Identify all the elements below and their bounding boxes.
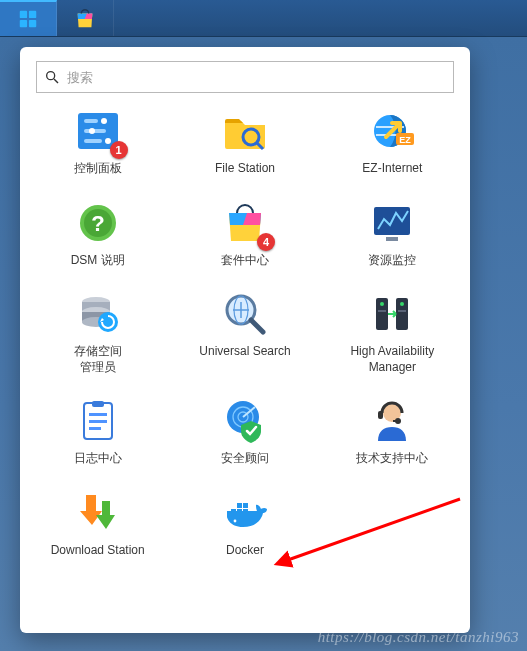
- apps-grid-icon: [17, 8, 39, 30]
- search-icon: [44, 69, 60, 85]
- globe-arrow-icon: EZ: [368, 107, 416, 155]
- app-ha-manager[interactable]: High AvailabilityManager: [321, 290, 464, 375]
- svg-rect-1: [29, 11, 36, 18]
- app-log-center[interactable]: 日志中心: [26, 397, 169, 467]
- svg-point-32: [380, 302, 384, 306]
- svg-rect-49: [243, 509, 248, 514]
- search-input[interactable]: [36, 61, 454, 93]
- app-docker[interactable]: Docker: [173, 489, 316, 559]
- package-center-taskbar-button[interactable]: [57, 0, 114, 36]
- svg-rect-39: [89, 420, 107, 423]
- app-menu-panel: 1 控制面板 File Station: [20, 47, 470, 633]
- app-label: 日志中心: [74, 451, 122, 467]
- shopping-bag-icon: [74, 7, 96, 29]
- app-support-center[interactable]: 技术支持中心: [321, 397, 464, 467]
- svg-rect-34: [378, 310, 386, 312]
- help-icon: ?: [74, 199, 122, 247]
- app-label: File Station: [215, 161, 275, 177]
- svg-text:EZ: EZ: [400, 135, 412, 145]
- desktop: 1 控制面板 File Station: [0, 37, 527, 651]
- app-label: EZ-Internet: [362, 161, 422, 177]
- app-label: High AvailabilityManager: [350, 344, 434, 375]
- app-dsm-help[interactable]: ? DSM 说明: [26, 199, 169, 269]
- badge: 4: [257, 233, 275, 251]
- app-label: Docker: [226, 543, 264, 559]
- svg-rect-45: [378, 411, 383, 419]
- docker-whale-icon: [221, 489, 269, 537]
- chart-monitor-icon: [368, 199, 416, 247]
- app-label: Download Station: [51, 543, 145, 559]
- app-download-station[interactable]: Download Station: [26, 489, 169, 559]
- svg-line-5: [54, 79, 58, 83]
- search-container: [36, 61, 454, 93]
- app-package-center[interactable]: 4 套件中心: [173, 199, 316, 269]
- app-label: 安全顾问: [221, 451, 269, 467]
- svg-rect-47: [231, 509, 236, 514]
- badge: 1: [110, 141, 128, 159]
- clipboard-list-icon: [74, 397, 122, 445]
- svg-rect-48: [237, 509, 242, 514]
- svg-rect-3: [29, 20, 36, 27]
- download-arrows-icon: [74, 489, 122, 537]
- svg-point-11: [89, 128, 95, 134]
- svg-point-4: [47, 72, 55, 80]
- folder-search-icon: [221, 107, 269, 155]
- radar-shield-icon: [221, 397, 269, 445]
- taskbar: [0, 0, 527, 37]
- app-label: DSM 说明: [71, 253, 125, 269]
- app-security-advisor[interactable]: 安全顾问: [173, 397, 316, 467]
- svg-point-33: [400, 302, 404, 306]
- disk-stack-icon: [74, 290, 122, 338]
- app-label: 资源监控: [368, 253, 416, 269]
- svg-point-52: [234, 520, 237, 523]
- svg-line-29: [251, 320, 263, 332]
- app-control-panel[interactable]: 1 控制面板: [26, 107, 169, 177]
- svg-rect-40: [89, 427, 101, 430]
- magnifier-globe-icon: [221, 290, 269, 338]
- app-ez-internet[interactable]: EZ EZ-Internet: [321, 107, 464, 177]
- server-pair-icon: [368, 290, 416, 338]
- app-label: 控制面板: [74, 161, 122, 177]
- svg-rect-2: [20, 20, 27, 27]
- svg-point-10: [101, 118, 107, 124]
- svg-rect-0: [20, 11, 27, 18]
- support-agent-icon: [368, 397, 416, 445]
- svg-rect-22: [386, 237, 398, 241]
- app-label: 技术支持中心: [356, 451, 428, 467]
- app-grid: 1 控制面板 File Station: [20, 107, 470, 559]
- app-label: 套件中心: [221, 253, 269, 269]
- app-resource-monitor[interactable]: 资源监控: [321, 199, 464, 269]
- svg-point-12: [105, 138, 111, 144]
- main-menu-button[interactable]: [0, 0, 57, 36]
- svg-rect-9: [84, 139, 102, 143]
- svg-rect-37: [92, 401, 104, 407]
- app-label: 存储空间管理员: [74, 344, 122, 375]
- app-universal-search[interactable]: Universal Search: [173, 290, 316, 375]
- svg-text:?: ?: [91, 211, 104, 236]
- svg-rect-51: [243, 503, 248, 508]
- svg-rect-35: [398, 310, 406, 312]
- svg-rect-50: [237, 503, 242, 508]
- app-label: Universal Search: [199, 344, 290, 360]
- app-storage-manager[interactable]: 存储空间管理员: [26, 290, 169, 375]
- watermark: https://blog.csdn.net/tanzhi963: [318, 629, 519, 646]
- app-file-station[interactable]: File Station: [173, 107, 316, 177]
- svg-rect-7: [84, 119, 98, 123]
- svg-rect-38: [89, 413, 107, 416]
